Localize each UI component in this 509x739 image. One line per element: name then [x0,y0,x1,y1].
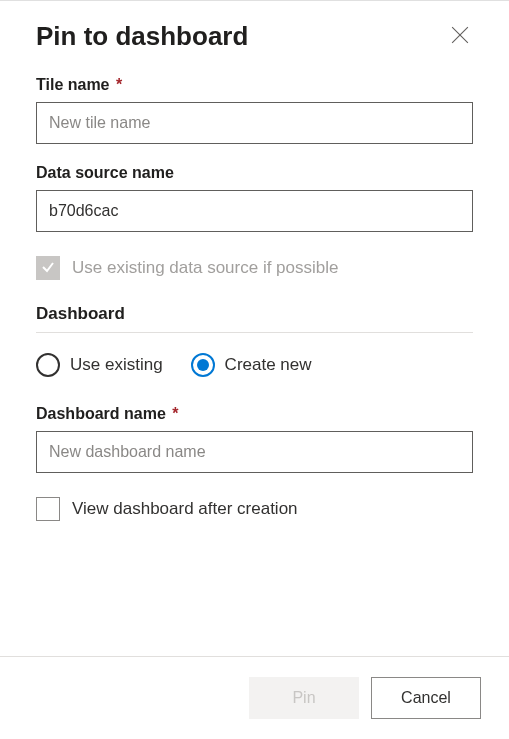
tile-name-input[interactable] [36,102,473,144]
pin-button[interactable]: Pin [249,677,359,719]
dashboard-name-field: Dashboard name * [36,405,473,473]
dialog-title: Pin to dashboard [36,21,248,52]
view-after-create-label: View dashboard after creation [72,499,298,519]
radio-label-existing: Use existing [70,355,163,375]
required-indicator: * [168,405,179,422]
checkmark-icon [40,259,56,278]
data-source-name-label: Data source name [36,164,473,182]
dialog-footer: Pin Cancel [0,656,509,739]
tile-name-field: Tile name * [36,76,473,144]
dashboard-radio-group: Use existing Create new [36,353,473,377]
radio-dot [197,359,209,371]
use-existing-datasource-label: Use existing data source if possible [72,258,338,278]
section-divider [36,332,473,333]
radio-label-create: Create new [225,355,312,375]
data-source-name-field: Data source name [36,164,473,232]
cancel-button[interactable]: Cancel [371,677,481,719]
radio-create-new[interactable]: Create new [191,353,312,377]
dashboard-name-label-text: Dashboard name [36,405,166,422]
dashboard-name-label: Dashboard name * [36,405,473,423]
tile-name-label-text: Tile name [36,76,110,93]
dashboard-section-heading: Dashboard [36,304,473,324]
radio-circle-existing [36,353,60,377]
tile-name-label: Tile name * [36,76,473,94]
radio-circle-create [191,353,215,377]
view-after-create-checkbox[interactable] [36,497,60,521]
data-source-name-input[interactable] [36,190,473,232]
radio-use-existing[interactable]: Use existing [36,353,163,377]
dashboard-name-input[interactable] [36,431,473,473]
view-after-create-row[interactable]: View dashboard after creation [36,497,473,521]
dialog-header: Pin to dashboard [36,21,473,52]
close-button[interactable] [447,22,473,51]
dialog-content: Pin to dashboard Tile name * Data source… [0,1,509,656]
close-icon [451,26,469,47]
use-existing-datasource-row: Use existing data source if possible [36,256,473,280]
required-indicator: * [112,76,123,93]
use-existing-datasource-checkbox [36,256,60,280]
